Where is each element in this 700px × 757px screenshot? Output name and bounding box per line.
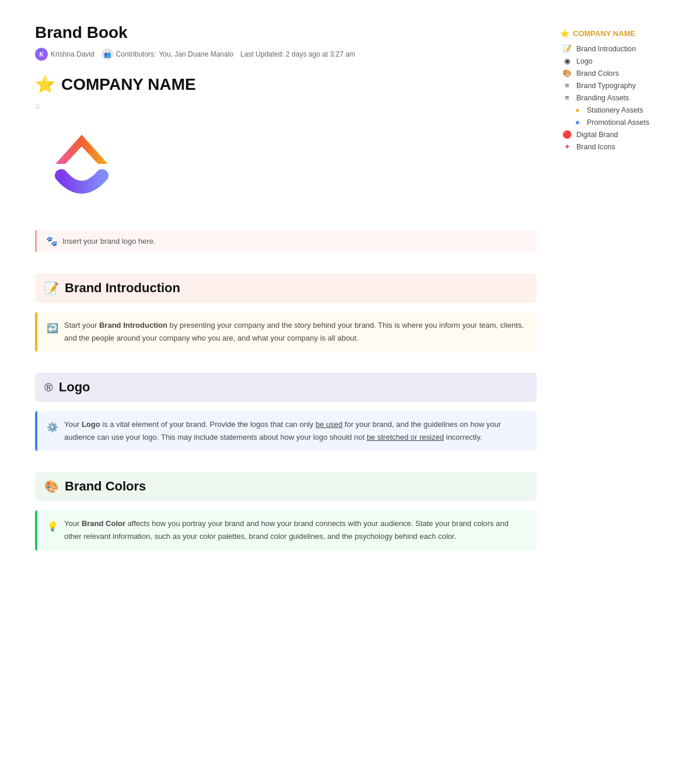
author-name: Krishna David bbox=[51, 50, 94, 58]
sidebar-digital-brand-label: Digital Brand bbox=[576, 131, 618, 139]
sidebar-brand-colors-label: Brand Colors bbox=[576, 69, 619, 78]
sidebar-stationery-icon: ● bbox=[573, 106, 582, 114]
sidebar-stationery-label: Stationery Assets bbox=[587, 106, 643, 114]
company-name-heading: COMPANY NAME bbox=[61, 75, 196, 94]
sidebar-logo-icon: ◉ bbox=[562, 57, 572, 65]
sidebar-item-digital-brand[interactable]: 🔴 Digital Brand bbox=[560, 128, 677, 141]
brand-introduction-header: 📝 Brand Introduction bbox=[35, 274, 537, 303]
brand-colors-callout: 💡 Your Brand Color affects how you portr… bbox=[35, 510, 537, 550]
sidebar-brand-typography-label: Brand Typography bbox=[576, 82, 636, 90]
sidebar-top-label: COMPANY NAME bbox=[573, 29, 635, 38]
sidebar-promotional-label: Promotional Assets bbox=[587, 118, 649, 127]
brand-introduction-icon: 📝 bbox=[44, 281, 59, 295]
sidebar-brand-icons-icon: ✦ bbox=[562, 142, 572, 151]
brand-colors-callout-icon: 💡 bbox=[47, 518, 58, 543]
brand-introduction-title: Brand Introduction bbox=[65, 281, 180, 296]
sidebar-item-brand-typography[interactable]: ≡ Brand Typography bbox=[560, 79, 677, 92]
logo-icon: ® bbox=[44, 381, 53, 394]
sidebar-top-item[interactable]: ⭐ COMPANY NAME bbox=[560, 29, 677, 38]
sidebar-brand-typography-icon: ≡ bbox=[562, 81, 572, 90]
sidebar-top-icon: ⭐ bbox=[560, 29, 569, 38]
sidebar-item-brand-colors[interactable]: 🎨 Brand Colors bbox=[560, 67, 677, 79]
sidebar-item-branding-assets[interactable]: ≡ Branding Assets bbox=[560, 92, 677, 104]
logo-header: ® Logo bbox=[35, 373, 537, 402]
insert-logo-callout: 🐾 Insert your brand logo here. bbox=[35, 230, 537, 253]
contributors-label: Contributors: bbox=[116, 50, 156, 58]
sidebar-branding-assets-label: Branding Assets bbox=[576, 94, 629, 102]
sidebar-brand-intro-icon: 📝 bbox=[562, 44, 572, 53]
sidebar: ⭐ COMPANY NAME 📝 Brand Introduction ◉ Lo… bbox=[560, 23, 677, 572]
insert-logo-text: Insert your brand logo here. bbox=[62, 237, 156, 246]
sidebar-item-promotional[interactable]: ● Promotional Assets bbox=[560, 116, 677, 128]
introduction-callout-text: Start your Brand Introduction by present… bbox=[64, 319, 527, 345]
star-icon: ⭐ bbox=[35, 75, 55, 94]
brand-colors-title: Brand Colors bbox=[65, 479, 146, 494]
sidebar-logo-label: Logo bbox=[576, 57, 593, 65]
sidebar-brand-icons-label: Brand Icons bbox=[576, 143, 615, 151]
logo-callout-text: Your Logo is a vital element of your bra… bbox=[64, 418, 527, 444]
brand-colors-header: 🎨 Brand Colors bbox=[35, 472, 537, 501]
callout-emoji: 🐾 bbox=[46, 236, 58, 247]
sidebar-brand-colors-icon: 🎨 bbox=[562, 69, 572, 78]
avatar: K bbox=[35, 48, 48, 61]
logo-callout: ⚙️ Your Logo is a vital element of your … bbox=[35, 411, 537, 451]
sidebar-brand-intro-label: Brand Introduction bbox=[576, 45, 636, 53]
svg-marker-0 bbox=[55, 135, 108, 164]
sidebar-branding-assets-icon: ≡ bbox=[562, 93, 572, 102]
logo-title: Logo bbox=[59, 380, 90, 395]
contributors-icon: 👥 bbox=[102, 48, 113, 60]
brand-colors-icon: 🎨 bbox=[44, 479, 59, 493]
sidebar-digital-brand-icon: 🔴 bbox=[562, 130, 572, 139]
introduction-callout-icon: ↩️ bbox=[47, 320, 58, 345]
sidebar-item-logo[interactable]: ◉ Logo bbox=[560, 55, 677, 67]
contributors-meta: 👥 Contributors: You, Jan Duane Manalo bbox=[102, 48, 233, 60]
brand-introduction-callout: ↩️ Start your Brand Introduction by pres… bbox=[35, 312, 537, 352]
sidebar-item-stationery[interactable]: ● Stationery Assets bbox=[560, 104, 677, 116]
logo-image bbox=[35, 117, 537, 212]
company-name-section: ⭐ COMPANY NAME bbox=[35, 75, 537, 94]
meta-row: K Krishna David 👥 Contributors: You, Jan… bbox=[35, 48, 537, 61]
sidebar-promotional-icon: ● bbox=[573, 118, 582, 127]
sidebar-item-brand-icons[interactable]: ✦ Brand Icons bbox=[560, 141, 677, 153]
sidebar-item-brand-introduction[interactable]: 📝 Brand Introduction bbox=[560, 43, 677, 55]
page-title: Brand Book bbox=[35, 23, 537, 42]
brand-colors-callout-text: Your Brand Color affects how you portray… bbox=[64, 517, 527, 543]
drag-handle[interactable]: ⠿ bbox=[35, 103, 537, 111]
logo-callout-icon: ⚙️ bbox=[47, 419, 58, 444]
last-updated: Last Updated: 2 days ago at 3:27 am bbox=[240, 50, 355, 58]
contributors-names: You, Jan Duane Manalo bbox=[159, 50, 233, 58]
author-meta: K Krishna David bbox=[35, 48, 94, 61]
